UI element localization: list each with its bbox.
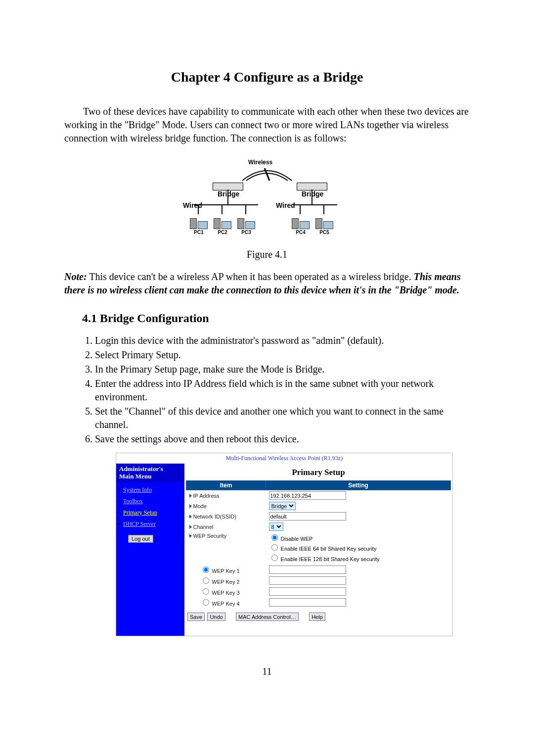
sidebar-item-system-info[interactable]: System Info [116, 484, 184, 496]
chevron-right-icon [189, 494, 192, 498]
wep-key4-option[interactable]: WEP Key 4 [200, 601, 240, 607]
pc-2: PC2 [213, 218, 232, 235]
wep-64bit-radio[interactable] [271, 544, 278, 551]
figure-caption: Figure 4.1 [64, 249, 470, 260]
pc-4: PC4 [291, 218, 311, 235]
wep-key3-radio[interactable] [203, 588, 209, 595]
help-button[interactable]: Help [309, 613, 325, 621]
col-item-header: Item [186, 481, 266, 490]
pc-label: PC1 [189, 230, 209, 235]
sidebar-item-primary-setup[interactable]: Primary Setup [116, 507, 184, 519]
intro-paragraph: Two of these devices have capability to … [64, 105, 470, 145]
primary-setup-screenshot: Multi-Functional Wireless Access Point (… [116, 453, 453, 636]
pc-label: PC2 [213, 230, 232, 235]
pc-label: PC5 [314, 230, 334, 235]
wep-key2-radio[interactable] [203, 577, 209, 584]
panel-title: Primary Setup [184, 464, 452, 480]
wep-key4-input[interactable] [269, 598, 346, 607]
logout-button[interactable]: Log out [128, 535, 153, 543]
step-item: Enter the address into IP Address field … [95, 377, 470, 404]
button-bar: Save Undo MAC Address Control… Help [187, 613, 452, 621]
step-item: In the Primary Setup page, make sure the… [95, 363, 470, 376]
primary-setup-panel: Primary Setup Item Setting IP Address [184, 464, 452, 636]
wep-key3-input[interactable] [269, 587, 346, 596]
chevron-right-icon [189, 515, 192, 519]
channel-select[interactable]: 8 [269, 522, 283, 531]
wep-key1-input[interactable] [269, 566, 346, 574]
pc-3: PC3 [236, 218, 256, 235]
wep-key2-option[interactable]: WEP Key 2 [200, 579, 240, 585]
wep-key1-radio[interactable] [203, 567, 209, 573]
pc-label: PC3 [236, 230, 256, 235]
sidebar-item-toolbox[interactable]: Toolbox [116, 496, 184, 507]
note-block: Note: This device can't be a wireless AP… [64, 270, 470, 297]
chevron-right-icon [189, 504, 192, 508]
save-button[interactable]: Save [187, 613, 205, 621]
chapter-title: Chapter 4 Configure as a Bridge [64, 69, 470, 85]
note-label: Note: [64, 271, 87, 282]
channel-label: Channel [193, 524, 214, 530]
sidebar-header-line1: Administrator's [119, 465, 163, 472]
wired-label-right: Wired [276, 201, 295, 209]
bridge-label-right: Bridge [302, 190, 323, 198]
step-item: Set the "Channel" of this device and ano… [95, 405, 470, 431]
chevron-right-icon [189, 534, 192, 538]
undo-button[interactable]: Undo [207, 613, 225, 621]
pc-label: PC4 [291, 230, 311, 235]
pc-5: PC5 [314, 218, 334, 235]
figure-4-1: Wireless Bridge Bridge Wired Wired [64, 159, 470, 260]
wep-key2-input[interactable] [269, 576, 346, 585]
wireless-link-icon [237, 166, 297, 183]
document-page: Chapter 4 Configure as a Bridge Two of t… [0, 0, 534, 756]
bridge-label-left: Bridge [218, 190, 239, 198]
ip-address-label: IP Address [193, 493, 220, 499]
admin-sidebar: Administrator's Main Menu System Info To… [116, 464, 184, 636]
wep-key1-option[interactable]: WEP Key 1 [200, 568, 240, 574]
mode-select[interactable]: Bridge [269, 502, 296, 510]
chevron-right-icon [189, 525, 192, 529]
section-heading: 4.1 Bridge Configuration [82, 312, 470, 325]
sidebar-item-dhcp-server[interactable]: DHCP Server [116, 519, 184, 530]
mac-address-control-button[interactable]: MAC Address Control… [236, 613, 299, 621]
wireless-label: Wireless [248, 159, 272, 166]
wep-disable-option[interactable]: Disable WEP [269, 536, 313, 542]
wep-key-label: WEP Key 4 [212, 601, 240, 607]
page-number: 11 [64, 666, 470, 677]
network-id-label: Network ID(SSID) [193, 514, 236, 520]
pc-1: PC1 [189, 218, 209, 235]
wired-label-left: Wired [183, 201, 202, 209]
wep-key-label: WEP Key 2 [212, 579, 240, 585]
ip-address-input[interactable] [269, 491, 346, 500]
wep-key-label: WEP Key 1 [212, 568, 240, 574]
wep-128bit-radio[interactable] [271, 555, 278, 561]
note-plain: This device can't be a wireless AP when … [87, 271, 414, 282]
primary-setup-table: Item Setting IP Address Mode [186, 480, 451, 608]
wep-opt-label: Enable IEEE 64 bit Shared Key security [281, 546, 377, 552]
sidebar-header-line2: Main Menu [119, 472, 151, 480]
network-id-input[interactable] [269, 512, 346, 520]
product-title: Multi-Functional Wireless Access Point (… [116, 453, 452, 464]
svg-line-0 [265, 168, 269, 181]
wep-key-label: WEP Key 3 [212, 590, 240, 596]
wep-128bit-option[interactable]: Enable IEEE 128 bit Shared Key security [269, 556, 380, 562]
wep-opt-label: Enable IEEE 128 bit Shared Key security [281, 556, 380, 562]
wep-key3-option[interactable]: WEP Key 3 [200, 590, 240, 596]
mode-label: Mode [193, 503, 207, 509]
wep-opt-label: Disable WEP [281, 536, 313, 542]
wep-64bit-option[interactable]: Enable IEEE 64 bit Shared Key security [269, 546, 377, 552]
wep-disable-radio[interactable] [271, 534, 278, 541]
step-item: Login this device with the administrator… [95, 334, 470, 347]
sidebar-header: Administrator's Main Menu [116, 464, 184, 482]
wep-key4-radio[interactable] [203, 599, 209, 606]
bridge-topology-diagram: Wireless Bridge Bridge Wired Wired [163, 159, 371, 248]
wep-security-label: WEP Security [193, 533, 227, 539]
step-item: Select Primary Setup. [95, 348, 470, 362]
col-setting-header: Setting [266, 481, 451, 490]
steps-list: Login this device with the administrator… [79, 334, 470, 446]
step-item: Save the settings above and then reboot … [95, 432, 470, 446]
